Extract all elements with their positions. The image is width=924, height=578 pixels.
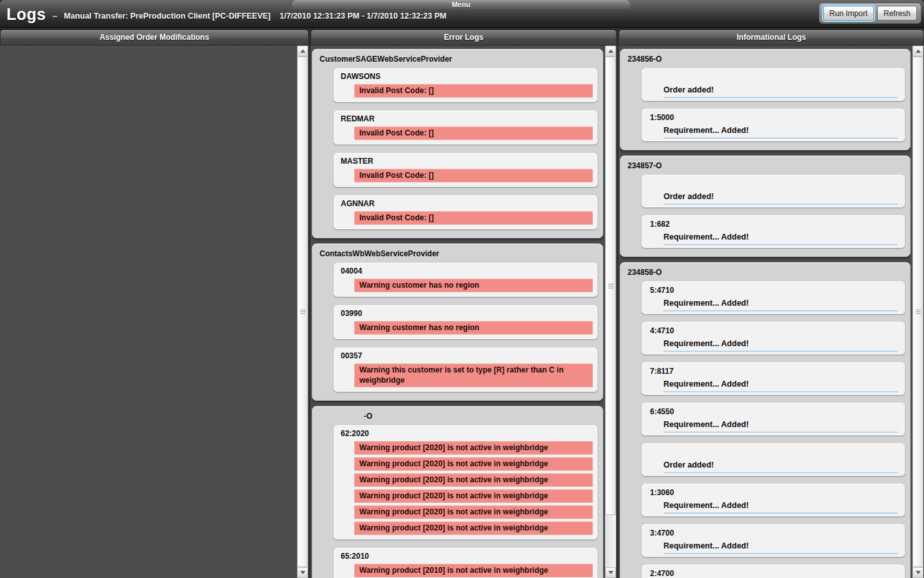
error-log-entry: MASTERInvalid Post Code: [] xyxy=(334,153,597,187)
entry-code: 2:4700 xyxy=(650,569,899,578)
info-log-entry: 5:4710Requirement... Added! xyxy=(642,281,905,314)
scroll-up-button[interactable] xyxy=(605,46,616,57)
informational-logs-scrollbar[interactable] xyxy=(912,46,923,578)
informational-logs-column-header: Informational Logs xyxy=(619,30,924,46)
info-log-entry: 6:4550Requirement... Added! xyxy=(642,403,905,435)
scroll-down-button[interactable] xyxy=(605,567,616,578)
info-log-entry: 1:682Requirement... Added! xyxy=(642,215,905,248)
entry-code: MASTER xyxy=(341,157,593,166)
info-log-entry: 2:4700Requirement... Added! xyxy=(642,565,905,578)
header-button-group: Run Import Refresh xyxy=(819,3,921,24)
refresh-button[interactable]: Refresh xyxy=(877,6,917,21)
assigned-scrollbar[interactable] xyxy=(297,46,308,578)
info-log-group: 234856-O Order added!1:5000Requirement..… xyxy=(620,49,911,150)
scrollbar-track[interactable] xyxy=(912,57,923,567)
entry-code: 5:4710 xyxy=(650,286,899,295)
warning-message: Invalid Post Code: [] xyxy=(354,84,593,98)
transfer-timestamp: 1/7/2010 12:31:23 PM - 1/7/2010 12:32:23… xyxy=(280,12,447,21)
run-import-button[interactable]: Run Import xyxy=(823,6,874,21)
scrollbar-thumb[interactable] xyxy=(605,57,616,515)
entry-code: 1:682 xyxy=(650,220,899,229)
error-logs-scrollbar[interactable] xyxy=(605,46,616,578)
info-message: Requirement... Added! xyxy=(663,232,898,245)
error-log-group: ContactsWbWebServiceProvider04004Warning… xyxy=(312,243,603,401)
app-header: Menu Logs – Manual Transfer: PreProducti… xyxy=(0,0,924,28)
info-groups: 234856-O Order added!1:5000Requirement..… xyxy=(620,49,911,578)
entry-code: 00357 xyxy=(341,351,593,361)
scrollbar-track[interactable] xyxy=(605,57,616,567)
scrollbar-track[interactable] xyxy=(297,57,308,567)
group-header: CustomerSAGEWebServiceProvider xyxy=(318,52,597,68)
info-log-entry: Order added! xyxy=(642,68,905,101)
column-error-logs: Error Logs CustomerSAGEWebServiceProvide… xyxy=(311,30,617,578)
arrow-up-icon xyxy=(300,49,305,53)
info-message: Requirement... Added! xyxy=(663,419,898,433)
warning-message: Invalid Post Code: [] xyxy=(354,211,593,225)
warning-message: Warning customer has no region xyxy=(354,279,593,292)
error-log-entry: 04004Warning customer has no region xyxy=(334,263,597,297)
info-log-entry: Order added! xyxy=(642,175,905,207)
entry-code: 04004 xyxy=(341,267,593,276)
title-dash: – xyxy=(53,11,58,21)
scroll-up-button[interactable] xyxy=(912,46,923,57)
page-title: Logs xyxy=(6,5,46,24)
scroll-down-button[interactable] xyxy=(912,567,923,578)
info-message: Order added! xyxy=(663,85,898,98)
arrow-up-icon xyxy=(916,49,921,53)
entry-code: 3:4700 xyxy=(650,529,899,538)
entry-code xyxy=(650,73,899,82)
warning-message: Warning product [2010] is not active in … xyxy=(354,564,593,577)
error-log-entry: 03990Warning customer has no region xyxy=(334,305,597,339)
entry-code: DAWSONS xyxy=(341,72,593,82)
transfer-subtitle: Manual Transfer: PreProduction Client [P… xyxy=(64,12,271,21)
entry-code: 6:4550 xyxy=(650,407,899,417)
group-header: 234857-O xyxy=(626,159,905,175)
error-groups: CustomerSAGEWebServiceProviderDAWSONSInv… xyxy=(312,49,603,578)
assigned-column-header: Assigned Order Modifications xyxy=(0,30,309,46)
entry-code: 4:4710 xyxy=(650,326,899,336)
scrollbar-thumb[interactable] xyxy=(912,57,923,567)
entry-code: 1:5000 xyxy=(650,113,899,123)
error-log-entry: DAWSONSInvalid Post Code: [] xyxy=(334,68,597,102)
info-log-group: 234857-O Order added!1:682Requirement...… xyxy=(620,155,911,257)
warning-message: Warning product [2020] is not active in … xyxy=(354,489,593,503)
info-log-entry: 1:5000Requirement... Added! xyxy=(642,109,905,141)
error-log-entry: AGNNARInvalid Post Code: [] xyxy=(334,195,597,229)
error-log-entry: REDMARInvalid Post Code: [] xyxy=(334,110,597,144)
columns-container: Assigned Order Modifications Error Logs … xyxy=(0,30,924,578)
info-message: Requirement... Added! xyxy=(663,541,898,554)
entry-code: 1:3060 xyxy=(650,488,899,498)
arrow-down-icon xyxy=(608,571,613,574)
scroll-up-button[interactable] xyxy=(297,46,308,57)
scroll-down-button[interactable] xyxy=(297,567,308,578)
error-log-group: -O62:2020Warning product [2020] is not a… xyxy=(312,406,603,578)
arrow-up-icon xyxy=(608,49,613,53)
entry-code xyxy=(650,448,899,457)
thumb-grip-icon xyxy=(300,310,305,314)
entry-code: 62:2020 xyxy=(341,429,593,439)
warning-message: Warning customer has no region xyxy=(354,321,593,335)
warning-message: Warning this customer is set to type [R]… xyxy=(354,363,593,387)
error-log-entry: 62:2020Warning product [2020] is not act… xyxy=(334,425,597,539)
informational-logs-column-body: 234856-O Order added!1:5000Requirement..… xyxy=(619,46,924,578)
info-log-entry: 7:8117Requirement... Added! xyxy=(642,362,905,395)
entry-code: 7:8117 xyxy=(650,367,899,376)
info-log-entry: 3:4700Requirement... Added! xyxy=(642,524,905,557)
info-log-group: 234858-O5:4710Requirement... Added!4:471… xyxy=(620,262,911,578)
group-header: 234856-O xyxy=(626,52,905,68)
info-message: Requirement... Added! xyxy=(663,125,898,139)
assigned-column-body xyxy=(0,46,309,578)
group-header: -O xyxy=(318,409,597,425)
info-message: Requirement... Added! xyxy=(663,338,898,352)
info-message: Order added! xyxy=(663,460,898,473)
warning-message: Invalid Post Code: [] xyxy=(354,127,593,140)
error-log-entry: 65:2010Warning product [2010] is not act… xyxy=(334,548,597,578)
scrollbar-thumb[interactable] xyxy=(297,57,308,567)
column-informational-logs: Informational Logs 234856-O Order added!… xyxy=(619,30,924,578)
info-log-entry: 1:3060Requirement... Added! xyxy=(642,484,905,516)
error-log-group: CustomerSAGEWebServiceProviderDAWSONSInv… xyxy=(312,49,603,238)
info-log-entry: Order added! xyxy=(642,443,905,476)
group-header: 234858-O xyxy=(626,265,905,281)
warning-message: Warning product [2020] is not active in … xyxy=(354,521,593,535)
info-message: Requirement... Added! xyxy=(663,500,898,514)
